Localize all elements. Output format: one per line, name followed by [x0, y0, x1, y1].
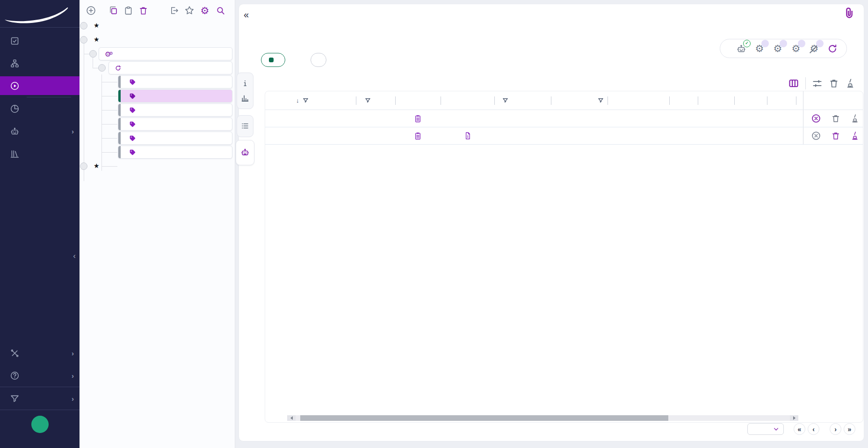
tree-row-suite[interactable] [80, 131, 235, 145]
clean-suite-broom-icon[interactable] [850, 114, 860, 123]
suite-status-bar [118, 118, 121, 130]
report-document-icon[interactable] [463, 132, 472, 140]
search-icon[interactable] [214, 4, 226, 16]
add-icon[interactable] [85, 4, 97, 16]
sidebar-item-requirements[interactable] [0, 29, 80, 52]
tree-row-suite[interactable] [80, 145, 235, 159]
table-row[interactable] [265, 110, 863, 127]
filter-funnel-icon[interactable] [502, 97, 508, 103]
collapse-panel-icon[interactable]: « [244, 9, 249, 20]
filter-funnel-icon[interactable] [303, 97, 309, 103]
horizontal-scrollbar[interactable] [287, 415, 798, 421]
collapse-toggle-icon[interactable] [80, 36, 87, 44]
environments-gear-icon[interactable]: ⚙ [754, 43, 765, 54]
action-words-icon [9, 148, 20, 159]
tree-row-suite-selected[interactable] [80, 89, 235, 103]
col-nb-of-itpi[interactable] [669, 91, 698, 110]
collapse-toggle-icon[interactable] [89, 50, 97, 58]
environments-pending-gear-icon[interactable]: ⚙ [790, 43, 802, 54]
export-icon[interactable] [168, 4, 180, 16]
delete-suites-icon[interactable] [829, 78, 839, 88]
delete-suite-icon[interactable] [831, 114, 840, 123]
col-details[interactable] [395, 91, 441, 110]
tab-executions[interactable] [241, 122, 249, 131]
user-avatar[interactable] [31, 416, 49, 433]
col-report[interactable] [441, 91, 494, 110]
environments-disabled-gear-icon[interactable]: ⚙ [809, 43, 820, 54]
tree-row-suite[interactable] [80, 75, 235, 89]
filter-funnel-icon[interactable] [598, 97, 604, 103]
row-filter-icon[interactable] [812, 78, 823, 89]
attachments-paperclip-icon[interactable] [842, 5, 856, 21]
scrollbar-thumb[interactable] [300, 415, 668, 421]
tree-row-project[interactable]: ★ [80, 33, 235, 47]
tab-information[interactable] [241, 79, 249, 88]
favorites-star-icon[interactable] [183, 4, 195, 16]
chevron-right-icon: › [72, 395, 74, 403]
tree-row-suite[interactable] [80, 117, 235, 131]
first-page-button[interactable]: « [794, 423, 805, 435]
sidebar-item-automation[interactable]: › [0, 120, 80, 142]
side-tab-group-automated [236, 140, 254, 165]
check-badge-icon: ✓ [743, 40, 751, 47]
help-icon [9, 370, 20, 381]
collapse-toggle-icon[interactable] [98, 64, 106, 72]
tree-settings-gear-icon[interactable]: ⚙ [199, 4, 211, 16]
col-created-by[interactable] [494, 91, 551, 110]
sidebar-item-action-words[interactable] [0, 142, 80, 165]
last-page-button[interactable]: » [844, 423, 855, 435]
sidebar-item-reporting[interactable] [0, 97, 80, 120]
delete-suite-icon[interactable] [831, 131, 840, 140]
columns-icon[interactable] [788, 78, 799, 89]
expand-toggle-icon[interactable] [80, 162, 87, 170]
environments-sync-gear-icon[interactable]: ⚙ [772, 43, 783, 54]
squash-logo[interactable] [0, 0, 80, 27]
col-other[interactable] [767, 91, 796, 110]
badge-count [816, 40, 824, 47]
sort-desc-icon[interactable]: ↓ [296, 97, 299, 104]
col-created-on[interactable]: ↓ [293, 91, 356, 110]
filter-funnel-icon[interactable] [365, 97, 371, 103]
next-page-button[interactable]: › [830, 423, 841, 435]
col-success[interactable] [698, 91, 734, 110]
col-failure[interactable] [734, 91, 767, 110]
details-clipboard-icon[interactable] [413, 114, 422, 123]
expand-toggle-icon[interactable] [80, 22, 87, 29]
automation-server-robot-icon[interactable]: ✓ [736, 43, 747, 54]
clean-suites-broom-icon[interactable] [845, 78, 855, 88]
sidebar-item-administration[interactable]: › [0, 342, 80, 364]
status-square-running [371, 114, 380, 123]
tree-row-iteration[interactable] [80, 61, 235, 75]
scroll-right-icon[interactable] [790, 415, 798, 421]
details-clipboard-icon[interactable] [413, 132, 422, 140]
col-modified-on[interactable] [608, 91, 669, 110]
refresh-environments-icon[interactable] [827, 43, 838, 54]
tab-dashboard[interactable] [241, 94, 249, 103]
tree-row-suite[interactable] [80, 103, 235, 117]
table-row[interactable] [265, 127, 863, 145]
scroll-left-icon[interactable] [287, 415, 296, 421]
previous-page-button[interactable]: ‹ [808, 423, 819, 435]
collapse-sidebar-icon[interactable]: ‹ [71, 250, 78, 263]
sidebar-item-campaigns[interactable] [0, 76, 80, 95]
copy-icon[interactable] [107, 4, 119, 16]
sidebar-item-test-cases[interactable] [0, 52, 80, 74]
tree-row-project[interactable]: ★ [80, 19, 235, 33]
tab-automated-suites[interactable] [240, 147, 250, 158]
paste-icon[interactable] [122, 4, 134, 16]
cell-actions [803, 127, 863, 144]
page-size-select[interactable] [747, 423, 784, 435]
clean-suite-broom-icon[interactable] [850, 131, 860, 140]
col-actions [803, 91, 863, 110]
stop-execution-icon[interactable] [811, 131, 821, 141]
tree-row-project[interactable]: ★ [80, 159, 235, 173]
stop-execution-icon[interactable] [811, 113, 821, 124]
sidebar-item-project-filter[interactable]: › [0, 387, 80, 410]
sidebar-item-help[interactable]: › [0, 364, 80, 387]
done-button[interactable] [311, 53, 326, 67]
col-status[interactable] [356, 91, 395, 110]
delete-icon[interactable] [137, 4, 149, 16]
tree-row-campaign-folder[interactable]: ⚙⚙ [80, 47, 235, 61]
col-launched-from[interactable] [551, 91, 608, 110]
execution-status-button[interactable] [261, 53, 285, 67]
